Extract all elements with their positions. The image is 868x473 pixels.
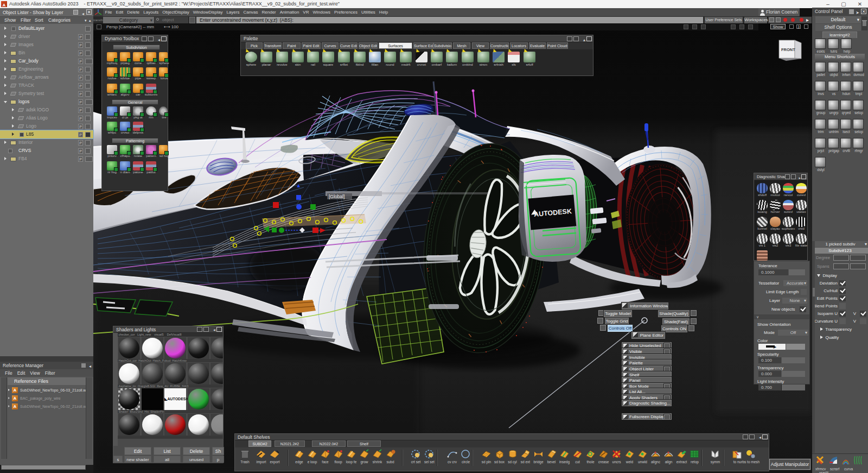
svg-text:[Global]: [Global] bbox=[329, 194, 344, 199]
svg-text:FRONT: FRONT bbox=[781, 47, 795, 52]
